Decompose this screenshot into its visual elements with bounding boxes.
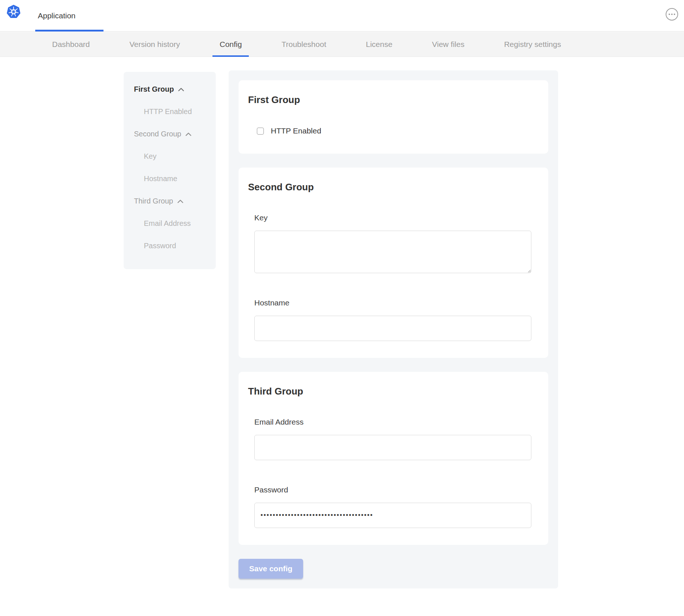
group-title-second: Second Group [248, 182, 531, 192]
sidebar-item-label: Email Address [144, 219, 191, 228]
sidebar-item-label: HTTP Enabled [144, 107, 192, 116]
http-enabled-checkbox[interactable] [257, 128, 264, 135]
hostname-input[interactable] [254, 316, 531, 341]
chevron-up-icon [185, 132, 192, 136]
active-app-tab-underline [35, 30, 103, 32]
field-label-password: Password [254, 485, 531, 495]
sidebar-item-label: Password [144, 241, 176, 250]
tab-version-history[interactable]: Version history [123, 32, 187, 56]
save-config-button[interactable]: Save config [239, 559, 303, 579]
sidebar-item-http-enabled[interactable]: HTTP Enabled [134, 107, 216, 116]
tab-license[interactable]: License [359, 32, 399, 56]
sidebar-item-second-group[interactable]: Second Group [134, 129, 216, 139]
chevron-up-icon [177, 199, 183, 203]
tab-view-files[interactable]: View files [425, 32, 471, 56]
sidebar-group-label: Second Group [134, 129, 181, 139]
config-group-card-third: Third Group Email Address Password [239, 372, 548, 545]
sidebar-group-label: Third Group [134, 196, 173, 206]
more-menu-button[interactable] [666, 8, 678, 21]
tab-config[interactable]: Config [212, 32, 249, 56]
config-group-card-second: Second Group Key Hostname [239, 168, 548, 358]
group-title-third: Third Group [248, 386, 531, 397]
kubernetes-logo-icon [6, 4, 21, 19]
app-header: Application [0, 0, 684, 32]
tab-troubleshoot[interactable]: Troubleshoot [274, 32, 333, 56]
chevron-up-icon [178, 88, 184, 91]
sidebar-item-first-group[interactable]: First Group [134, 84, 216, 94]
tab-dashboard[interactable]: Dashboard [45, 32, 97, 56]
password-input[interactable] [254, 503, 531, 528]
http-enabled-checkbox-row[interactable]: HTTP Enabled [257, 126, 531, 135]
tab-registry-settings[interactable]: Registry settings [497, 32, 568, 56]
checkbox-label: HTTP Enabled [271, 126, 321, 135]
sidebar-item-label: Hostname [144, 174, 177, 183]
sidebar-item-password[interactable]: Password [134, 241, 216, 250]
sidebar-item-key[interactable]: Key [134, 151, 216, 161]
tab-application[interactable]: Application [35, 0, 103, 32]
sidebar-item-label: Key [144, 151, 156, 161]
config-group-card-first: First Group HTTP Enabled [239, 80, 548, 154]
field-label-email-address: Email Address [254, 417, 531, 427]
config-sidebar: First Group HTTP Enabled Second Group Ke… [124, 72, 216, 269]
app-navbar: Dashboard Version history Config Trouble… [0, 32, 684, 57]
email-address-input[interactable] [254, 435, 531, 460]
sidebar-item-third-group[interactable]: Third Group [134, 196, 216, 206]
field-label-hostname: Hostname [254, 298, 531, 308]
group-title-first: First Group [248, 94, 531, 105]
ellipsis-icon [669, 14, 670, 15]
config-area: First Group HTTP Enabled Second Group Ke… [229, 70, 558, 588]
sidebar-group-label: First Group [134, 84, 174, 94]
sidebar-item-email-address[interactable]: Email Address [134, 219, 216, 228]
field-label-key: Key [254, 213, 531, 223]
sidebar-item-hostname[interactable]: Hostname [134, 174, 216, 183]
key-textarea[interactable] [254, 231, 531, 273]
